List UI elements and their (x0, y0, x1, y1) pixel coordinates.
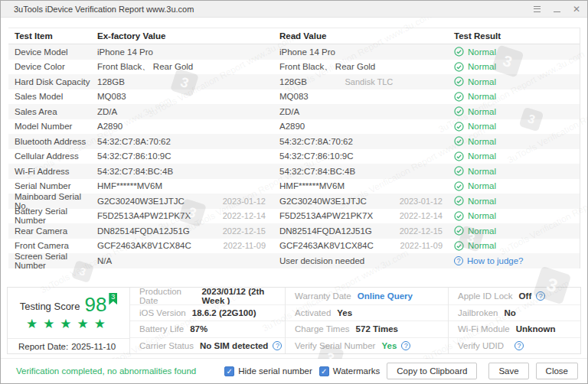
table-row: Device Color Front Black、 Rear Gold Fron… (8, 60, 580, 75)
testing-score-label: Testing Score (20, 301, 80, 312)
save-button[interactable]: Save (488, 363, 528, 379)
watermarks-checkbox[interactable]: Watermarks (319, 366, 381, 376)
summary-panel: Testing Score 98 3 ★★★★★ Report Date: 20… (7, 287, 581, 354)
question-circle-icon[interactable] (454, 256, 463, 265)
info-value: No (504, 308, 515, 317)
test-result-cell: Normal (454, 47, 580, 57)
info-cell: Charge Times 572 Times (286, 321, 448, 337)
table-row: Model Number A2890 A2890 Normal (8, 119, 580, 135)
info-value: Online Query (358, 291, 413, 301)
read-value-note: Sandisk TLC (345, 77, 405, 86)
test-item-label: Sales Area (8, 107, 97, 116)
read-value: 128GB (279, 77, 307, 86)
info-label: Verify Serial Number (295, 341, 375, 350)
table-header: Test Item Ex-factory Value Read Value Te… (8, 28, 580, 44)
test-item-label: Battery Serial Number (8, 207, 97, 225)
help-icon[interactable] (273, 341, 282, 350)
score-badge: 3 (109, 293, 117, 305)
info-label: Charge Times (295, 324, 350, 334)
watermarks-label: Watermarks (333, 366, 381, 376)
star-rating: ★★★★★ (26, 316, 111, 332)
hide-serial-checkbox[interactable]: Hide serial number (224, 366, 312, 376)
ex-factory-date: 2023-01-12 (223, 197, 279, 206)
test-result-cell: Normal (454, 226, 580, 236)
test-result-cell: Normal (454, 76, 580, 86)
table-row: Screen Serial Number N/A User decision n… (8, 253, 580, 268)
info-column-1: Production Date 2023/01/12 (2th Week ) i… (130, 288, 285, 353)
table-row: Hard Disk Capacity 128GB 128GB Sandisk T… (8, 74, 580, 89)
close-button[interactable]: ✕ (570, 3, 583, 15)
read-value: A2890 (279, 122, 305, 131)
check-circle-icon (454, 241, 464, 251)
close-report-button[interactable]: Close (536, 363, 578, 379)
checkbox-checked-icon[interactable] (224, 366, 234, 376)
table-row: Sales Area ZD/A ZD/A Normal (8, 104, 580, 119)
test-result-label: Normal (468, 92, 496, 101)
test-item-label: Serial Number (8, 181, 97, 190)
table-body: Device Model iPhone 14 Pro iPhone 14 Pro… (8, 44, 580, 268)
test-result-cell: Normal (454, 136, 580, 146)
header-test-item: Test Item (8, 31, 97, 41)
help-icon[interactable] (514, 341, 524, 350)
test-result-label: Normal (468, 197, 496, 206)
score-cell: Testing Score 98 3 ★★★★★ Report Date: 20… (8, 288, 130, 353)
info-cell: Battery Life 87% (130, 321, 285, 337)
info-value: 87% (190, 324, 207, 334)
info-label: iOS Version (139, 308, 186, 317)
check-circle-icon (454, 106, 464, 116)
menu-icon[interactable] (531, 3, 543, 15)
test-result-cell: Normal (454, 211, 580, 221)
test-result-cell: Normal (454, 151, 580, 161)
help-icon[interactable] (401, 341, 410, 350)
test-result-label: Normal (468, 181, 496, 190)
test-result-label: Normal (468, 137, 496, 146)
read-value-date: 2022-12-14 (400, 211, 454, 220)
info-value: Yes (381, 341, 397, 350)
test-result-cell: Normal (454, 106, 580, 116)
info-label: Production Date (139, 287, 195, 305)
read-value-date: 2022-11-09 (400, 241, 454, 250)
ex-factory-value: F5D2513A4PW21PK7X (97, 211, 191, 220)
check-circle-icon (454, 47, 464, 57)
info-label: Wi-Fi Module (458, 324, 510, 334)
test-result-cell: Normal (454, 196, 580, 206)
test-result-label: Normal (468, 241, 496, 250)
testing-score-value: 98 (84, 295, 106, 314)
test-result-label: Normal (468, 211, 496, 220)
header-test-result: Test Result (454, 31, 580, 41)
read-value-date: 2022-12-15 (400, 226, 454, 236)
footer-bar: Verification completed, no abnormalities… (1, 358, 587, 383)
check-circle-icon (454, 151, 464, 161)
test-item-label: Device Model (8, 47, 97, 57)
info-label: Apple ID Lock (458, 291, 513, 301)
check-circle-icon (454, 122, 464, 132)
test-item-label: Sales Model (8, 92, 97, 101)
test-result-cell: Normal (454, 122, 580, 132)
ex-factory-value: Front Black、 Rear Gold (97, 61, 193, 73)
info-cell: Apple ID Lock Off (449, 288, 580, 304)
info-value: No SIM detected (200, 341, 268, 350)
info-cell: Carrier Status No SIM detected (130, 337, 285, 354)
copy-to-clipboard-button[interactable]: Copy to Clipboard (387, 363, 477, 379)
help-icon[interactable] (536, 291, 545, 301)
test-result-cell: Normal (454, 92, 580, 102)
check-circle-icon (454, 62, 464, 72)
test-result-cell: Normal (454, 166, 580, 176)
table-row: Battery Serial Number F5D2513A4PW21PK7X … (8, 209, 580, 224)
info-cell: Verify Serial Number Yes (286, 337, 448, 354)
check-circle-icon (454, 181, 464, 191)
ex-factory-value: G2C30240W3E1JTJC (97, 197, 185, 206)
info-column-3: Apple ID Lock Off Jailbroken No Wi-Fi Mo… (448, 288, 580, 353)
test-item-label: Hard Disk Capacity (8, 77, 97, 86)
check-circle-icon (454, 76, 464, 86)
read-value-date: 2023-01-12 (400, 197, 454, 206)
ex-factory-value: GCF2463AK8V1CX84C (97, 241, 191, 250)
info-column-2: Warranty Date Online Query Activated Yes… (285, 288, 448, 353)
info-label: Activated (295, 308, 331, 317)
ex-factory-value: DN82514FQDA12J51G (97, 226, 190, 236)
checkbox-checked-icon[interactable] (319, 366, 329, 376)
minimize-button[interactable] (550, 3, 563, 15)
info-value: Off (519, 291, 532, 301)
check-circle-icon (454, 211, 464, 221)
read-value: User decision needed (279, 256, 364, 265)
